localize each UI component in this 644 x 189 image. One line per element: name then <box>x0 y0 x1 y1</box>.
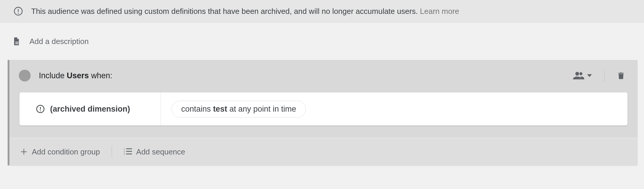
trash-icon <box>617 71 625 81</box>
add-sequence-label: Add sequence <box>136 147 185 157</box>
builder-header: Include Users when: <box>9 60 638 91</box>
alert-circle-icon <box>36 105 45 113</box>
plus-icon <box>20 148 28 156</box>
builder-footer: Add condition group 1 2 3 Add sequence <box>9 138 638 165</box>
svg-rect-13 <box>126 148 132 149</box>
svg-point-6 <box>579 72 582 75</box>
svg-rect-3 <box>15 42 19 43</box>
svg-rect-15 <box>126 151 132 152</box>
condition-card: (archived dimension) contains test at an… <box>19 92 628 126</box>
description-placeholder: Add a description <box>29 37 89 46</box>
chevron-down-icon <box>587 74 592 77</box>
warning-text: This audience was defined using custom d… <box>31 7 459 16</box>
add-condition-group-label: Add condition group <box>32 147 100 157</box>
builder-title: Include Users when: <box>39 71 562 80</box>
svg-point-5 <box>575 72 579 76</box>
alert-circle-icon <box>14 6 23 16</box>
title-prefix: Include <box>39 71 67 80</box>
dimension-label: (archived dimension) <box>50 105 130 114</box>
chip-prefix: contains <box>181 105 211 114</box>
builder-header-controls <box>570 68 628 84</box>
learn-more-link[interactable]: Learn more <box>420 7 459 16</box>
svg-text:3: 3 <box>124 153 125 155</box>
svg-point-9 <box>40 110 41 111</box>
archived-warning-banner: This audience was defined using custom d… <box>0 0 644 23</box>
include-indicator-dot <box>19 70 31 82</box>
footer-divider <box>112 146 112 158</box>
chip-value: test <box>213 105 227 114</box>
title-scope: Users <box>67 71 89 80</box>
document-icon <box>12 36 21 47</box>
chip-suffix: at any point in time <box>229 105 296 114</box>
svg-text:1: 1 <box>124 148 125 150</box>
audience-builder-block: Include Users when: <box>8 60 638 165</box>
value-cell: contains test at any point in time <box>161 92 628 126</box>
description-row[interactable]: Add a description <box>0 23 644 60</box>
header-divider <box>604 69 605 82</box>
svg-text:2: 2 <box>124 151 125 153</box>
warning-message: This audience was defined using custom d… <box>31 7 418 16</box>
svg-rect-17 <box>126 154 132 154</box>
add-sequence-button[interactable]: 1 2 3 Add sequence <box>124 147 185 157</box>
delete-group-button[interactable] <box>614 68 628 84</box>
svg-point-2 <box>18 13 19 14</box>
dimension-cell[interactable]: (archived dimension) <box>19 92 161 126</box>
add-condition-group-button[interactable]: Add condition group <box>20 147 100 157</box>
sequence-icon: 1 2 3 <box>124 148 132 156</box>
condition-value-chip[interactable]: contains test at any point in time <box>171 101 306 118</box>
people-icon <box>573 71 584 80</box>
svg-rect-4 <box>15 43 19 44</box>
title-suffix: when: <box>89 71 113 80</box>
scope-dropdown[interactable] <box>570 68 595 83</box>
